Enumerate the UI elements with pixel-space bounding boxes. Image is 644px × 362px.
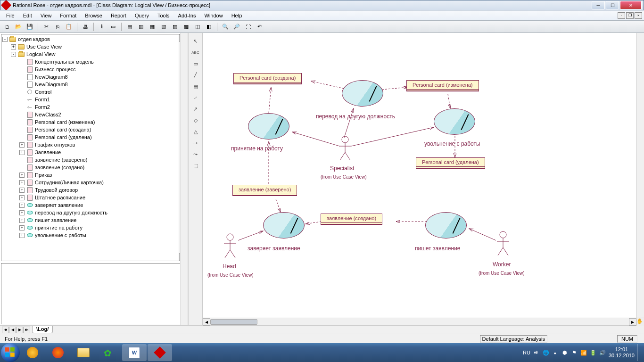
mdi-restore[interactable]: ❐ [626, 12, 634, 19]
log-tab[interactable]: \Log/ [32, 326, 53, 333]
tree-item[interactable]: +Сотрудник(Личная карточка) [2, 179, 185, 186]
tree-item[interactable]: NewDiagram8 [2, 73, 185, 81]
real-icon[interactable]: ⤳ [191, 150, 200, 158]
usecase-u5[interactable] [425, 212, 467, 239]
menu-view[interactable]: View [36, 12, 56, 19]
menu-window[interactable]: Window [200, 12, 227, 19]
help-icon[interactable]: ℹ [98, 23, 106, 31]
tree-item[interactable]: NewClass2 [2, 111, 185, 118]
aggr-icon[interactable]: ◇ [191, 116, 200, 124]
log-prev[interactable]: ◀ [9, 327, 16, 333]
tree-item[interactable]: Personal card (создана) [2, 126, 185, 133]
log-first[interactable]: ⏮ [2, 327, 9, 333]
tree-item[interactable]: +Трудовой договор [2, 186, 185, 194]
canvas-vscrollbar[interactable] [636, 33, 644, 318]
menu-help[interactable]: Help [227, 12, 247, 19]
diagram2-icon[interactable]: ▥ [137, 23, 145, 31]
menu-addins[interactable]: Add-Ins [174, 12, 200, 19]
class-c2[interactable]: Personal card (изменена) [406, 80, 479, 91]
actor-a3[interactable] [496, 231, 510, 257]
tree-item[interactable]: NewDiagram8 [2, 81, 185, 88]
tray-app-icon[interactable]: ⬢ [561, 349, 568, 356]
diagram6-icon[interactable]: ▩ [182, 23, 190, 31]
tray-battery-icon[interactable]: 🔋 [590, 349, 596, 356]
browse-icon[interactable]: ▭ [109, 23, 117, 31]
pkg-icon[interactable]: ⬚ [191, 161, 200, 170]
task-icq[interactable]: ✿ [97, 344, 121, 361]
new-icon[interactable]: 🗋 [3, 23, 11, 31]
tree-item[interactable]: -Logical View [2, 50, 185, 58]
cut-icon[interactable]: ✂ [42, 23, 50, 31]
tree-item[interactable]: +График отпусков [2, 141, 185, 148]
usecase-u2[interactable] [342, 80, 383, 107]
task-firefox[interactable] [46, 344, 70, 361]
diagram4-icon[interactable]: ▧ [159, 23, 168, 31]
zoomout-icon[interactable]: 🔎 [232, 23, 241, 31]
menu-report[interactable]: Report [107, 12, 131, 19]
tray-network-icon[interactable]: 🌐 [543, 349, 549, 356]
diagram3-icon[interactable]: ▦ [148, 23, 157, 31]
tree-item[interactable]: заявление (заверено) [2, 156, 185, 164]
menu-tools[interactable]: Tools [153, 12, 174, 19]
show-desktop[interactable] [637, 344, 641, 361]
tree-item[interactable]: +увольнение с работы [2, 231, 185, 239]
tray-volume-icon[interactable]: 🔊 [599, 349, 606, 356]
diagram1-icon[interactable]: ▤ [125, 23, 134, 31]
canvas-hscrollbar[interactable]: ◀▶✋ [203, 318, 644, 325]
copy-icon[interactable]: ⎘ [53, 23, 62, 31]
tree-item[interactable]: +Штатное расписание [2, 194, 185, 201]
task-word[interactable]: W [122, 344, 147, 361]
usecase-u4[interactable] [263, 212, 305, 239]
tree-item[interactable]: +Use Case View [2, 43, 185, 50]
print-icon[interactable]: 🖶 [81, 23, 90, 31]
class-c4[interactable]: заявление (заверено) [232, 185, 297, 196]
pointer-icon[interactable]: ↖ [191, 37, 200, 45]
assoc-icon[interactable]: ↗ [191, 105, 200, 113]
class-icon[interactable]: ▤ [191, 82, 200, 90]
class-c1[interactable]: Personal card (создана) [233, 73, 302, 84]
mdi-close[interactable]: × [635, 12, 642, 19]
class-c5[interactable]: заявление (создано) [321, 214, 382, 225]
tree-item[interactable]: +Заявление [2, 148, 185, 156]
minimize-button[interactable]: ─ [592, 1, 605, 9]
tree-item[interactable]: ⟜Form2 [2, 103, 185, 111]
menu-file[interactable]: File [2, 12, 19, 19]
log-last[interactable]: ⏭ [23, 327, 30, 333]
tray-shield-icon[interactable]: ⬥ [552, 349, 559, 356]
tray-wifi-icon[interactable]: 📶 [580, 349, 587, 356]
task-rose[interactable] [148, 344, 172, 361]
mdi-minimize[interactable]: - [618, 12, 625, 19]
tree-item[interactable]: +пишет заявление [2, 216, 185, 224]
class-c3[interactable]: Personal card (удалена) [416, 157, 485, 169]
tray-clock[interactable]: 12:0130.12.2010 [609, 346, 635, 359]
menu-edit[interactable]: Edit [19, 12, 36, 19]
diagram5-icon[interactable]: ▨ [171, 23, 179, 31]
gen-icon[interactable]: △ [191, 127, 200, 136]
tree-item[interactable]: +перевод на другую должность [2, 209, 185, 216]
tree-view[interactable]: -отдел кадров+Use Case View-Logical View… [1, 34, 187, 261]
actor-a2[interactable] [223, 233, 237, 259]
diagram-canvas[interactable]: Personal card (создана)Personal card (из… [203, 33, 644, 318]
tree-root[interactable]: -отдел кадров [2, 35, 185, 43]
actor-a1[interactable] [338, 136, 352, 162]
tree-item[interactable]: +заверяет заявление [2, 201, 185, 209]
anchor-icon[interactable]: ╱ [191, 71, 200, 79]
dep-icon[interactable]: ⇢ [191, 139, 200, 147]
usecase-u3[interactable] [434, 108, 475, 135]
tree-item[interactable]: заявление (создано) [2, 164, 185, 171]
usecase-u1[interactable] [248, 113, 289, 140]
doc-scrollbar[interactable] [180, 33, 188, 325]
task-app1[interactable] [20, 344, 45, 361]
zoomin-icon[interactable]: 🔍 [221, 23, 230, 31]
tree-item[interactable]: Бизнесс-процесс [2, 66, 185, 73]
tray-sound-icon[interactable]: 🕫 [533, 349, 540, 356]
menu-query[interactable]: Query [131, 12, 153, 19]
tree-item[interactable]: Personal card (удалена) [2, 133, 185, 141]
maximize-button[interactable]: ☐ [606, 1, 619, 9]
tree-item[interactable]: ⟜Form1 [2, 96, 185, 103]
note-icon[interactable]: ▭ [191, 59, 200, 68]
open-icon[interactable]: 📂 [14, 23, 23, 31]
tree-item[interactable]: +Приказ [2, 171, 185, 179]
fit-icon[interactable]: ⛶ [244, 23, 252, 31]
text-icon[interactable]: ABC [191, 48, 200, 57]
